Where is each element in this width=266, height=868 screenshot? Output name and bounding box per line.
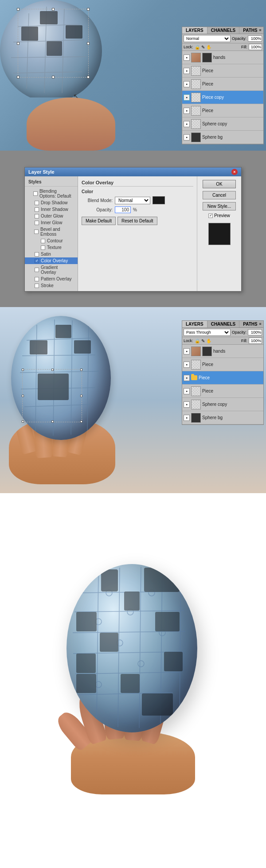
layer-item-piece-copy[interactable]: Piece copy [182,91,263,104]
s3-handle-ml[interactable] [22,395,24,397]
layer-item-sphere-bg[interactable]: Sphere bg [182,131,263,144]
sidebar-label-satin: Satin [41,252,51,257]
layers-panel-3: LAYERS CHANNELS PATHS ≡ Pass Through Opa… [182,320,264,425]
dialog-close-button[interactable]: × [231,169,238,175]
reset-to-default-button[interactable]: Reset to Default [117,217,157,225]
vis-3-sphere-bg[interactable] [184,415,190,421]
layer-visibility-piece-copy[interactable] [184,94,190,101]
ok-button[interactable]: OK [203,180,236,188]
layer-visibility-piece2[interactable] [184,81,190,87]
tab-channels[interactable]: CHANNELS [207,27,240,34]
vis-3-piece1[interactable] [184,362,190,368]
checkbox-satin[interactable] [35,252,39,257]
layers-toolbar: Normal Opacity: [182,34,263,43]
blend-mode-row: Blend Mode: Normal [82,196,193,204]
selection-box-s3[interactable] [22,369,82,422]
layer-item-piece3[interactable]: Piece [182,104,263,117]
sidebar-item-stroke[interactable]: Stroke [25,282,78,289]
lock-icon-b-3[interactable]: ✎ [201,339,205,343]
sidebar-item-blending-options[interactable]: Blending Options: Default [25,188,78,199]
sidebar-item-bevel-emboss[interactable]: Bevel and Emboss [25,226,78,237]
lock-icon-b[interactable]: ✎ [201,45,205,50]
color-swatch[interactable] [153,196,165,204]
checkbox-outer-glow[interactable] [35,214,39,218]
fill-input-3[interactable] [249,338,262,344]
opacity-input-3[interactable] [248,329,262,335]
sidebar-item-inner-glow[interactable]: Inner Glow [25,219,78,226]
layer-3-sphere-copy[interactable]: Sphere copy [182,398,263,411]
s3-handle-mr[interactable] [80,395,82,397]
lock-icon-c-3[interactable]: ✋ [206,339,211,343]
preview-checkbox[interactable]: ✓ [208,214,213,218]
checkbox-stroke[interactable] [35,284,39,288]
new-style-button[interactable]: New Style... [203,202,236,210]
tab-layers-3[interactable]: LAYERS [182,321,207,327]
layer-3-hands[interactable]: hands [182,345,263,358]
opacity-input[interactable] [248,35,262,42]
layer-3-piece2[interactable]: Piece [182,385,263,398]
layer-visibility-hands[interactable] [184,54,190,61]
checkbox-inner-glow[interactable] [35,221,39,225]
vis-3-hands[interactable] [184,348,190,354]
s3-handle-bc[interactable] [51,420,54,423]
sidebar-item-contour[interactable]: Contour [25,237,78,244]
sidebar-item-gradient-overlay[interactable]: Gradient Overlay [25,264,78,276]
checkbox-pattern-overlay[interactable] [35,277,39,281]
s3-handle-tc[interactable] [51,369,54,371]
sidebar-item-inner-shadow[interactable]: Inner Shadow [25,206,78,213]
checkbox-drop-shadow[interactable] [35,201,39,205]
sphere-bg [0,0,102,97]
blend-mode-dropdown[interactable]: Normal [115,197,150,204]
blend-mode-select[interactable]: Normal [184,35,231,42]
fill-label-3: Fill: [241,339,247,343]
layer-3-sphere-bg[interactable]: Sphere bg [182,411,263,424]
layer-visibility-piece3[interactable] [184,108,190,114]
blend-mode-select-3[interactable]: Pass Through [184,329,231,336]
s3-handle-tl[interactable] [22,369,24,371]
svg-line-25 [74,611,184,612]
sidebar-item-outer-glow[interactable]: Outer Glow [25,213,78,219]
lock-icon-a[interactable]: 🔒 [195,45,200,50]
checkbox-bevel[interactable] [34,230,39,234]
s3-handle-tr[interactable] [80,369,82,371]
panel-menu-arrow[interactable]: ≡ [257,27,263,33]
lock-icon-c[interactable]: ✋ [206,45,211,50]
checkbox-blending[interactable] [33,191,38,196]
sphere-final-svg [66,564,197,732]
vis-3-sphere-copy[interactable] [184,401,190,408]
svg-line-6 [62,9,64,93]
s3-handle-br[interactable] [80,420,82,423]
vis-3-piece2[interactable] [184,388,190,394]
layer-visibility-sphere-bg[interactable] [184,134,190,140]
layer-3-piece-folder[interactable]: Piece [182,371,263,385]
checkbox-gradient-overlay[interactable] [35,268,39,272]
tab-channels-3[interactable]: CHANNELS [207,321,240,327]
layer-visibility-sphere-copy[interactable] [184,121,190,127]
checkbox-inner-shadow[interactable] [35,207,39,212]
make-default-button[interactable]: Make Default [82,217,116,225]
sidebar-item-pattern-overlay[interactable]: Pattern Overlay [25,276,78,282]
s3-handle-bl[interactable] [22,420,24,423]
sidebar-item-drop-shadow[interactable]: Drop Shadow [25,199,78,206]
tab-layers[interactable]: LAYERS [182,27,207,34]
layer-item-sphere-copy[interactable]: Sphere copy [182,117,263,131]
layer-item-piece1[interactable]: Piece [182,64,263,78]
layer-item-hands[interactable]: hands [182,51,263,64]
cancel-button[interactable]: Cancel [203,191,236,199]
vis-3-piece-folder[interactable] [184,375,190,381]
layer-style-dialog: Layer Style × Styles Blending Options: D… [24,167,242,292]
checkbox-contour[interactable] [41,239,45,243]
sidebar-item-color-overlay[interactable]: ✓ Color Overlay [25,257,78,264]
layer-3-piece1[interactable]: Piece [182,358,263,371]
percent-label: % [133,207,137,212]
checkbox-color-overlay[interactable]: ✓ [35,259,39,263]
layer-visibility-piece1[interactable] [184,68,190,74]
panel-menu-arrow-3[interactable]: ≡ [257,321,263,327]
sidebar-item-satin[interactable]: Satin [25,251,78,257]
lock-icon-a-3[interactable]: 🔒 [195,339,200,343]
fill-input[interactable] [249,44,262,50]
opacity-row-input[interactable] [115,206,131,213]
checkbox-texture[interactable] [41,245,45,250]
sidebar-item-texture[interactable]: Texture [25,244,78,251]
layer-item-piece2[interactable]: Piece [182,78,263,91]
